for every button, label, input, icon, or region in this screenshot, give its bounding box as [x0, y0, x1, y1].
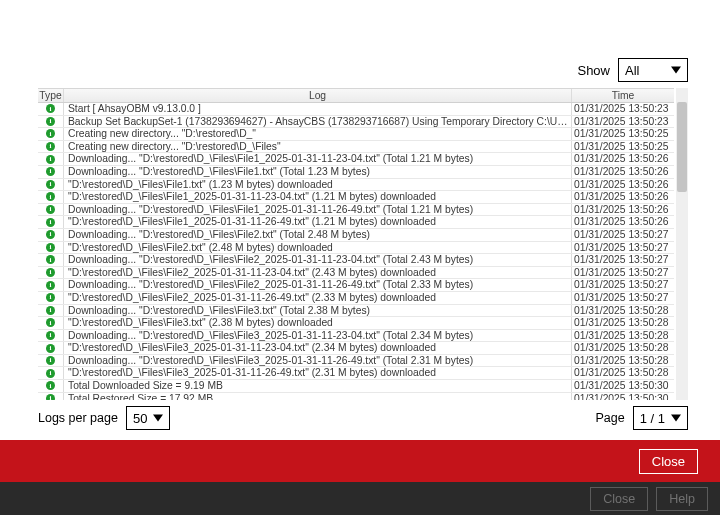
- table-row[interactable]: Downloading... "D:\restored\D_\Files\Fil…: [38, 330, 674, 343]
- table-row[interactable]: "D:\restored\D_\Files\File3_2025-01-31-1…: [38, 367, 674, 380]
- cell-type: [38, 292, 64, 304]
- table-row[interactable]: "D:\restored\D_\Files\File3_2025-01-31-1…: [38, 342, 674, 355]
- cell-time: 01/31/2025 13:50:25: [572, 141, 674, 153]
- cell-type: [38, 367, 64, 379]
- info-icon: [46, 180, 55, 189]
- cell-time: 01/31/2025 13:50:28: [572, 355, 674, 367]
- cell-type: [38, 342, 64, 354]
- cell-type: [38, 116, 64, 128]
- cell-log: "D:\restored\D_\Files\File1_2025-01-31-1…: [64, 191, 572, 203]
- cell-time: 01/31/2025 13:50:26: [572, 153, 674, 165]
- cell-type: [38, 305, 64, 317]
- cell-log: Total Downloaded Size = 9.19 MB: [64, 380, 572, 392]
- info-icon: [46, 369, 55, 378]
- cell-type: [38, 380, 64, 392]
- cell-type: [38, 355, 64, 367]
- dialog-action-bar: Close: [0, 440, 720, 482]
- table-row[interactable]: "D:\restored\D_\Files\File1.txt" (1.23 M…: [38, 179, 674, 192]
- cell-type: [38, 103, 64, 115]
- info-icon: [46, 167, 55, 176]
- info-icon: [46, 104, 55, 113]
- log-dialog-panel: Show All Type Log Time Start [ AhsayOBM …: [0, 0, 720, 440]
- info-icon: [46, 306, 55, 315]
- page-label: Page: [596, 411, 625, 425]
- table-row[interactable]: Downloading... "D:\restored\D_\Files\Fil…: [38, 229, 674, 242]
- cell-log: Total Restored Size = 17.92 MB: [64, 393, 572, 400]
- cell-type: [38, 254, 64, 266]
- table-row[interactable]: Downloading... "D:\restored\D_\Files\Fil…: [38, 166, 674, 179]
- cell-log: Downloading... "D:\restored\D_\Files\Fil…: [64, 279, 572, 291]
- cell-time: 01/31/2025 13:50:25: [572, 128, 674, 140]
- table-row[interactable]: "D:\restored\D_\Files\File1_2025-01-31-1…: [38, 216, 674, 229]
- table-row[interactable]: Creating new directory... "D:\restored\D…: [38, 141, 674, 154]
- col-header-log[interactable]: Log: [64, 89, 572, 102]
- cell-log: "D:\restored\D_\Files\File3_2025-01-31-1…: [64, 342, 572, 354]
- cell-log: Downloading... "D:\restored\D_\Files\Fil…: [64, 229, 572, 241]
- cell-time: 01/31/2025 13:50:28: [572, 342, 674, 354]
- table-row[interactable]: Downloading... "D:\restored\D_\Files\Fil…: [38, 305, 674, 318]
- info-icon: [46, 344, 55, 353]
- info-icon: [46, 394, 55, 400]
- info-icon: [46, 192, 55, 201]
- col-header-type[interactable]: Type: [38, 89, 64, 102]
- cell-log: Backup Set BackupSet-1 (1738293694627) -…: [64, 116, 572, 128]
- info-icon: [46, 155, 55, 164]
- info-icon: [46, 255, 55, 264]
- table-row[interactable]: Creating new directory... "D:\restored\D…: [38, 128, 674, 141]
- cell-type: [38, 267, 64, 279]
- cell-type: [38, 128, 64, 140]
- cell-type: [38, 279, 64, 291]
- table-row[interactable]: Downloading... "D:\restored\D_\Files\Fil…: [38, 355, 674, 368]
- table-row[interactable]: Backup Set BackupSet-1 (1738293694627) -…: [38, 116, 674, 129]
- cell-time: 01/31/2025 13:50:26: [572, 216, 674, 228]
- table-row[interactable]: Downloading... "D:\restored\D_\Files\Fil…: [38, 279, 674, 292]
- footer-close-button[interactable]: Close: [590, 487, 648, 511]
- cell-time: 01/31/2025 13:50:27: [572, 242, 674, 254]
- table-row[interactable]: "D:\restored\D_\Files\File2_2025-01-31-1…: [38, 267, 674, 280]
- page-select[interactable]: 1 / 1: [633, 406, 688, 430]
- filter-label: Show: [577, 63, 610, 78]
- table-row[interactable]: "D:\restored\D_\Files\File1_2025-01-31-1…: [38, 191, 674, 204]
- filter-select-value: All: [625, 63, 639, 78]
- info-icon: [46, 281, 55, 290]
- logs-per-page-select[interactable]: 50: [126, 406, 170, 430]
- table-row[interactable]: Total Restored Size = 17.92 MB01/31/2025…: [38, 393, 674, 400]
- cell-type: [38, 153, 64, 165]
- table-row[interactable]: Downloading... "D:\restored\D_\Files\Fil…: [38, 204, 674, 217]
- cell-type: [38, 166, 64, 178]
- filter-select[interactable]: All: [618, 58, 688, 82]
- info-icon: [46, 268, 55, 277]
- cell-log: Creating new directory... "D:\restored\D…: [64, 128, 572, 140]
- cell-log: Creating new directory... "D:\restored\D…: [64, 141, 572, 153]
- cell-log: Downloading... "D:\restored\D_\Files\Fil…: [64, 254, 572, 266]
- cell-log: Downloading... "D:\restored\D_\Files\Fil…: [64, 355, 572, 367]
- cell-type: [38, 242, 64, 254]
- cell-time: 01/31/2025 13:50:26: [572, 191, 674, 203]
- table-row[interactable]: Downloading... "D:\restored\D_\Files\Fil…: [38, 254, 674, 267]
- cell-log: "D:\restored\D_\Files\File3.txt" (2.38 M…: [64, 317, 572, 329]
- info-icon: [46, 129, 55, 138]
- footer-help-button[interactable]: Help: [656, 487, 708, 511]
- scrollbar-thumb[interactable]: [677, 102, 687, 192]
- close-button[interactable]: Close: [639, 449, 698, 474]
- info-icon: [46, 356, 55, 365]
- table-header: Type Log Time: [38, 88, 674, 103]
- cell-time: 01/31/2025 13:50:27: [572, 254, 674, 266]
- cell-time: 01/31/2025 13:50:26: [572, 179, 674, 191]
- cell-time: 01/31/2025 13:50:26: [572, 204, 674, 216]
- info-icon: [46, 117, 55, 126]
- table-row[interactable]: "D:\restored\D_\Files\File2.txt" (2.48 M…: [38, 242, 674, 255]
- cell-type: [38, 216, 64, 228]
- table-row[interactable]: "D:\restored\D_\Files\File3.txt" (2.38 M…: [38, 317, 674, 330]
- cell-log: Start [ AhsayOBM v9.13.0.0 ]: [64, 103, 572, 115]
- table-row[interactable]: "D:\restored\D_\Files\File2_2025-01-31-1…: [38, 292, 674, 305]
- scrollbar-track[interactable]: [676, 88, 688, 400]
- table-row[interactable]: Start [ AhsayOBM v9.13.0.0 ]01/31/2025 1…: [38, 103, 674, 116]
- cell-log: Downloading... "D:\restored\D_\Files\Fil…: [64, 166, 572, 178]
- info-icon: [46, 318, 55, 327]
- table-row[interactable]: Total Downloaded Size = 9.19 MB01/31/202…: [38, 380, 674, 393]
- col-header-time[interactable]: Time: [572, 89, 674, 102]
- cell-time: 01/31/2025 13:50:27: [572, 279, 674, 291]
- table-row[interactable]: Downloading... "D:\restored\D_\Files\Fil…: [38, 153, 674, 166]
- cell-log: Downloading... "D:\restored\D_\Files\Fil…: [64, 330, 572, 342]
